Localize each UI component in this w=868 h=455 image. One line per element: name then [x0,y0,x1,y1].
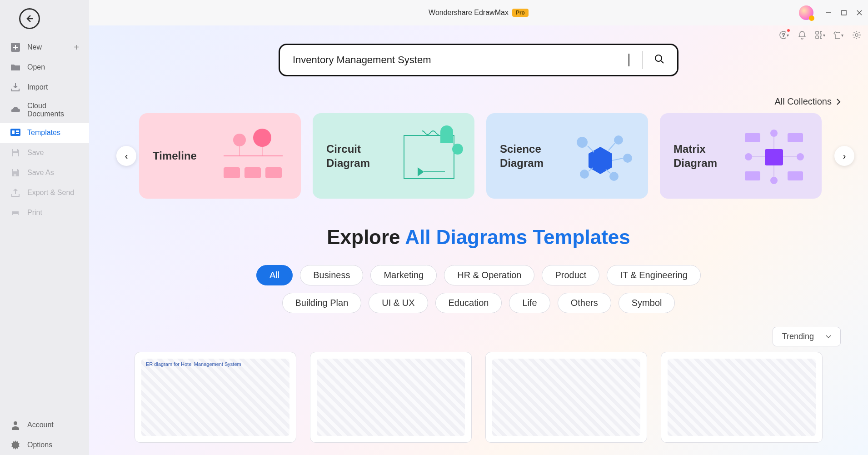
carousel-card-science-diagram[interactable]: Science Diagram [486,113,648,199]
app-title: Wondershare EdrawMax [429,9,509,17]
svg-line-39 [588,146,594,152]
user-avatar[interactable] [799,5,813,20]
search-input[interactable] [293,54,626,66]
divider [642,51,643,69]
svg-text:?: ? [782,32,785,38]
cloud-icon [10,105,21,115]
svg-point-31 [452,144,463,155]
sort-selected: Trending [782,332,814,341]
close-button[interactable] [855,9,863,17]
all-collections-link[interactable]: All Collections [774,96,841,107]
bell-icon[interactable] [797,30,807,40]
carousel-next-button[interactable]: › [834,146,854,166]
settings-icon[interactable] [852,30,862,40]
plus-icon[interactable]: + [74,42,79,53]
template-result-card[interactable] [310,352,472,443]
sidebar-item-cloud-documents[interactable]: Cloud Documents [0,97,89,123]
chevron-right-icon [836,98,841,105]
sidebar-item-new[interactable]: New + [0,37,89,57]
svg-point-35 [614,135,623,145]
sort-dropdown[interactable]: Trending [773,327,841,346]
filter-chip-all[interactable]: All [256,265,293,285]
back-button[interactable] [19,8,40,29]
search-box [279,44,678,76]
sidebar-item-open[interactable]: Open [0,57,89,77]
save-icon [10,147,21,158]
science-illustration [562,113,639,199]
svg-point-24 [253,129,271,147]
main-panel: Wondershare EdrawMax Pro ?▾ ▾ ▾ [89,0,868,455]
sidebar-item-print[interactable]: Print [0,203,89,223]
carousel-card-circuit-diagram[interactable]: Circuit Diagram [313,113,474,199]
svg-point-52 [770,177,778,184]
result-title: ER diagram for Hotel Management System [146,361,241,367]
svg-rect-26 [244,167,261,178]
sidebar-item-import[interactable]: Import [0,77,89,97]
header-toolbar: ?▾ ▾ ▾ [779,30,862,40]
filter-chip-ui-ux[interactable]: UI & UX [369,293,428,313]
maximize-button[interactable] [840,9,848,17]
template-result-card[interactable]: ER diagram for Hotel Management System [135,352,296,443]
filter-chip-it-engineering[interactable]: IT & Engineering [607,265,701,285]
sidebar-item-label: Save [27,149,44,157]
svg-point-20 [855,34,858,36]
svg-point-21 [655,55,662,61]
search-button[interactable] [654,54,664,66]
sidebar-item-save[interactable]: Save [0,143,89,163]
svg-rect-5 [13,149,17,151]
timeline-illustration [215,113,292,199]
sidebar-item-label: Options [27,441,52,449]
keyboard-shortcut-icon[interactable]: ▾ [815,30,825,40]
filter-chip-marketing[interactable]: Marketing [370,265,437,285]
filter-chip-business[interactable]: Business [300,265,363,285]
shirt-icon[interactable]: ▾ [833,30,843,40]
sidebar-item-label: Open [27,63,45,71]
plus-box-icon [10,42,21,53]
carousel-prev-button[interactable]: ‹ [116,146,136,166]
filter-chip-hr-operation[interactable]: HR & Operation [444,265,534,285]
filter-chip-life[interactable]: Life [509,293,550,313]
titlebar: Wondershare EdrawMax Pro [89,0,868,25]
templates-icon [10,127,21,138]
gear-icon [10,440,21,450]
save-as-icon [10,167,21,178]
folder-icon [10,62,21,73]
svg-rect-48 [788,171,803,180]
card-title: Timeline [153,149,197,163]
svg-point-51 [797,153,804,160]
export-icon [10,187,21,198]
results-grid: ER diagram for Hotel Management System [107,352,850,443]
template-result-card[interactable] [661,352,823,443]
minimize-button[interactable] [824,9,833,17]
explore-highlight: All Diagrams Templates [405,226,630,248]
carousel-card-timeline[interactable]: Timeline [139,113,301,199]
svg-line-41 [612,158,623,160]
sidebar-item-account[interactable]: Account [0,415,89,435]
filter-chip-education[interactable]: Education [435,293,502,313]
svg-point-34 [577,137,588,148]
svg-point-36 [623,154,632,163]
svg-rect-17 [820,31,822,34]
carousel-card-matrix-diagram[interactable]: Matrix Diagram [660,113,822,199]
account-icon [10,420,21,430]
svg-rect-44 [765,149,783,165]
sidebar-item-save-as[interactable]: Save As [0,163,89,183]
sidebar-item-templates[interactable]: Templates [0,123,89,143]
sidebar-item-label: Import [27,83,48,91]
svg-rect-4 [16,133,19,134]
template-result-card[interactable] [485,352,647,443]
svg-rect-9 [13,209,18,211]
filter-chip-product[interactable]: Product [542,265,599,285]
svg-rect-45 [745,133,760,142]
sidebar-item-options[interactable]: Options [0,435,89,455]
svg-rect-13 [842,10,846,15]
sidebar-item-export-send[interactable]: Export & Send [0,183,89,203]
svg-point-23 [233,134,246,146]
svg-rect-16 [816,31,818,34]
filter-chip-symbol[interactable]: Symbol [619,293,675,313]
filter-chip-building-plan[interactable]: Building Plan [282,293,362,313]
svg-point-11 [14,421,17,425]
filter-chip-others[interactable]: Others [558,293,611,313]
pro-badge: Pro [512,9,529,17]
help-icon[interactable]: ?▾ [779,30,789,40]
